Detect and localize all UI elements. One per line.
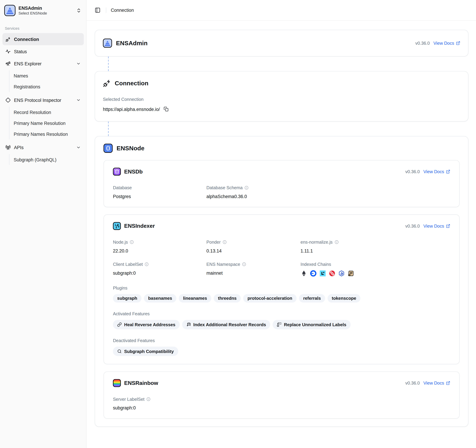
ensrainbow-fields: Server LabelSet subgraph:0 (113, 396, 450, 410)
deactivated-features-list: Subgraph Compatibility (113, 347, 450, 356)
field-label: Client LabelSet (113, 261, 206, 267)
info-icon[interactable] (222, 240, 227, 244)
view-docs-link[interactable]: View Docs (424, 381, 450, 385)
ensdb-fields: Database Postgres Database Schema alphaS… (113, 185, 450, 199)
view-docs-link[interactable]: View Docs (424, 224, 450, 229)
ensindexer-logo (113, 222, 121, 230)
field-label: Ponder (206, 239, 300, 245)
expand-toggle[interactable] (76, 61, 81, 66)
sidebar-item-ens-protocol-inspector[interactable]: ENS Protocol Inspector (2, 94, 84, 106)
field-value: 1.11.1 (300, 248, 450, 253)
sidebar-item-names[interactable]: Names (9, 70, 86, 81)
sidebar-item-connection[interactable]: Connection (2, 33, 84, 45)
field-value: alphaSchema0.36.0 (206, 194, 300, 199)
sidebar-item-apis[interactable]: APIs (2, 141, 84, 153)
connection-url: https://api.alpha.ensnode.io/ (103, 106, 160, 112)
external-link-icon (456, 41, 460, 45)
field-label-text: ENS Namespace (206, 262, 240, 267)
field-label-text: Server LabelSet (113, 397, 144, 402)
sidebar-item-registrations[interactable]: Registrations (9, 81, 86, 92)
view-docs-link[interactable]: View Docs (424, 169, 450, 174)
info-icon[interactable] (146, 397, 151, 401)
activated-features-list: Heal Reverse Addresses Index Additional … (113, 320, 450, 329)
threedns-chain-icon (329, 270, 335, 277)
expand-toggle[interactable] (76, 145, 81, 150)
copy-url-button[interactable] (163, 106, 169, 112)
sidebar-item-label: APIs (14, 145, 23, 150)
ensadmin-card-header: ENSAdmin (103, 39, 148, 48)
ensdb-logo (113, 168, 121, 176)
ensadmin-card-title: ENSAdmin (116, 40, 147, 46)
feature-badge-index-additional-resolver-records: Index Additional Resolver Records (182, 320, 270, 329)
info-icon[interactable] (334, 240, 339, 244)
ensindexer-version-group: v0.36.0 View Docs (405, 224, 450, 229)
sidebar-item-record-resolution[interactable]: Record Resolution (9, 107, 86, 118)
field-value: mainnet (206, 270, 300, 276)
sidebar-item-primary-names-resolution[interactable]: Primary Names Resolution (9, 128, 86, 139)
info-icon[interactable] (130, 240, 134, 244)
field-ponder: Ponder 0.13.14 (206, 239, 300, 253)
chevron-down-icon (76, 145, 81, 150)
radio-tower-icon (6, 145, 11, 150)
ensrainbow-title-group: ENSRainbow (113, 379, 158, 387)
field-value: 22.20.0 (113, 248, 206, 253)
chevron-down-icon (76, 98, 81, 102)
sidebar-app-title: ENSAdmin (19, 6, 75, 11)
sidebar-toggle-button[interactable] (94, 6, 102, 14)
field-label-text: Client LabelSet (113, 262, 143, 267)
ensrainbow-header: ENSRainbow v0.36.0 View Docs (113, 379, 450, 387)
selected-connection-label: Selected Connection (103, 96, 460, 102)
field-database-schema: Database Schema alphaSchema0.36.0 (206, 185, 300, 199)
version-badge: v0.36.0 (415, 41, 430, 46)
field-value: subgraph:0 (113, 270, 206, 276)
main-area: Connection ENSAdmin v0.36.0 View Docs (86, 0, 476, 448)
expand-toggle[interactable] (76, 98, 81, 102)
ensnode-selector[interactable]: ENSAdmin Select ENSNode (0, 4, 86, 16)
field-value: 0.13.14 (206, 248, 300, 253)
deactivated-features-label: Deactivated Features (113, 338, 450, 344)
chevrons-up-down-icon (76, 8, 81, 13)
sidebar-nav: Connection Status ENS Explorer Names Reg… (0, 33, 86, 165)
database-icon (114, 169, 119, 174)
plugins-label: Plugins (113, 285, 450, 291)
view-docs-link[interactable]: View Docs (433, 41, 460, 46)
ensnode-card: ENSNode ENSDb (95, 136, 469, 427)
ensnode-brackets-icon (105, 145, 111, 151)
plugin-badge: protocol-acceleration (243, 294, 296, 303)
info-icon[interactable] (145, 262, 149, 266)
field-label: Node.js (113, 239, 206, 245)
ensindexer-header: ENSIndexer v0.36.0 View Docs (113, 222, 450, 230)
sidebar-item-status[interactable]: Status (2, 45, 84, 57)
field-label-text: ens-normalize.js (300, 240, 333, 244)
linea-chain-icon (319, 270, 326, 277)
topbar: Connection (86, 0, 476, 21)
plugin-badge: tokenscope (328, 294, 360, 303)
sidebar-item-subgraph-graphql[interactable]: Subgraph (GraphQL) (9, 154, 86, 165)
field-label-text: Ponder (206, 240, 221, 244)
sidebar-item-label: ENS Explorer (14, 61, 42, 66)
feature-label: Index Additional Resolver Records (193, 322, 266, 327)
content-scroll: ENSAdmin v0.36.0 View Docs Conne (86, 21, 476, 427)
ensrainbow-version-group: v0.36.0 View Docs (405, 381, 450, 385)
base-chain-icon (310, 270, 317, 277)
chevron-down-icon (76, 61, 81, 66)
field-client-labelset: Client LabelSet subgraph:0 (113, 261, 206, 277)
sidebar-item-ens-explorer[interactable]: ENS Explorer (2, 57, 84, 70)
ensadmin-card: ENSAdmin v0.36.0 View Docs (95, 30, 469, 57)
ensindexer-card: ENSIndexer v0.36.0 View Docs (103, 214, 460, 364)
sidebar-item-primary-name-resolution[interactable]: Primary Name Resolution (9, 118, 86, 128)
field-indexed-chains: Indexed Chains (300, 261, 450, 277)
sidebar: ENSAdmin Select ENSNode Services Connect… (0, 0, 86, 448)
panel-left-icon (95, 7, 101, 13)
view-docs-label: View Docs (424, 381, 444, 385)
info-icon[interactable] (242, 262, 246, 266)
sidebar-header-titles: ENSAdmin Select ENSNode (19, 6, 75, 16)
ensnode-selector-toggle[interactable] (75, 7, 83, 14)
sidebar-item-label: Status (14, 49, 27, 54)
field-label-text: Node.js (113, 240, 128, 244)
field-label: Database Schema (206, 185, 300, 191)
info-icon[interactable] (244, 186, 249, 190)
sidebar-section-label: Services (0, 26, 86, 31)
view-docs-label: View Docs (424, 169, 444, 174)
ensadmin-version-group: v0.36.0 View Docs (415, 41, 460, 46)
